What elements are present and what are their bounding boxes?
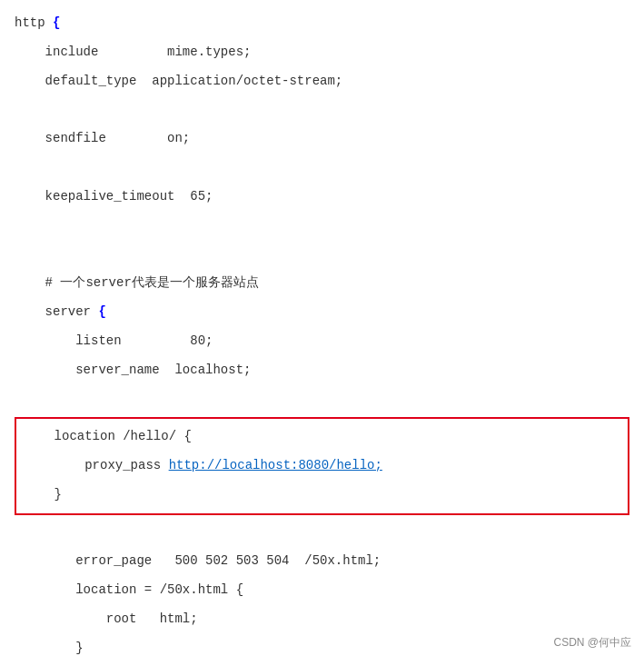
code-line-2: include mime.types;	[0, 38, 644, 67]
code-line-keepalive: keepalive_timeout 65;	[0, 183, 644, 212]
highlighted-section: location /hello/ { proxy_pass http://loc…	[15, 417, 629, 514]
http-keyword: http	[15, 15, 53, 30]
proxy-pass-link: http://localhost:8080/hello;	[169, 458, 382, 472]
server-name-text: server_name localhost;	[15, 363, 251, 377]
code-location-end: }	[0, 634, 644, 656]
blank-5	[0, 384, 644, 413]
watermark-text: CSDN @何中应	[553, 636, 631, 649]
keepalive-text: keepalive_timeout 65;	[15, 189, 213, 204]
blank-4	[0, 240, 644, 269]
proxy-pass-line: proxy_pass http://localhost:8080/hello;	[24, 452, 620, 481]
code-line-3: default_type application/octet-stream;	[0, 67, 644, 96]
50x-location-text: location = /50x.html {	[15, 582, 243, 597]
code-error-page: error_page 500 502 503 504 /50x.html;	[0, 547, 644, 576]
location-end-text: }	[15, 641, 84, 655]
open-brace: {	[53, 15, 60, 30]
location-close-text: }	[24, 487, 62, 502]
comment-text: # 一个server代表是一个服务器站点	[15, 275, 259, 290]
server-text: server	[15, 304, 98, 319]
code-server: server {	[0, 298, 644, 327]
sendfile-text: sendfile on;	[15, 131, 190, 145]
code-listen: listen 80;	[0, 327, 644, 356]
blank-6	[0, 519, 644, 548]
code-root: root html;	[0, 605, 644, 634]
code-50x-location: location = /50x.html {	[0, 576, 644, 605]
location-close-line: }	[24, 481, 620, 510]
code-line-1: http {	[0, 9, 644, 38]
watermark: CSDN @何中应	[553, 635, 631, 651]
listen-text: listen 80;	[15, 333, 213, 348]
code-container: http { include mime.types; default_type …	[0, 0, 644, 656]
default-type-text: default_type application/octet-stream;	[15, 74, 342, 88]
location-text: location /hello/ {	[24, 429, 192, 443]
proxy-pass-text: proxy_pass	[24, 458, 169, 472]
server-brace: {	[98, 304, 105, 319]
blank-3	[0, 212, 644, 241]
root-text: root html;	[15, 611, 198, 626]
blank-2	[0, 154, 644, 183]
include-text: include mime.types;	[15, 45, 251, 59]
code-line-sendfile: sendfile on;	[0, 124, 644, 154]
error-page-text: error_page 500 502 503 504 /50x.html;	[15, 553, 381, 568]
blank-1	[0, 95, 644, 124]
location-line: location /hello/ {	[24, 422, 620, 452]
code-server-name: server_name localhost;	[0, 356, 644, 385]
code-comment: # 一个server代表是一个服务器站点	[0, 269, 644, 298]
